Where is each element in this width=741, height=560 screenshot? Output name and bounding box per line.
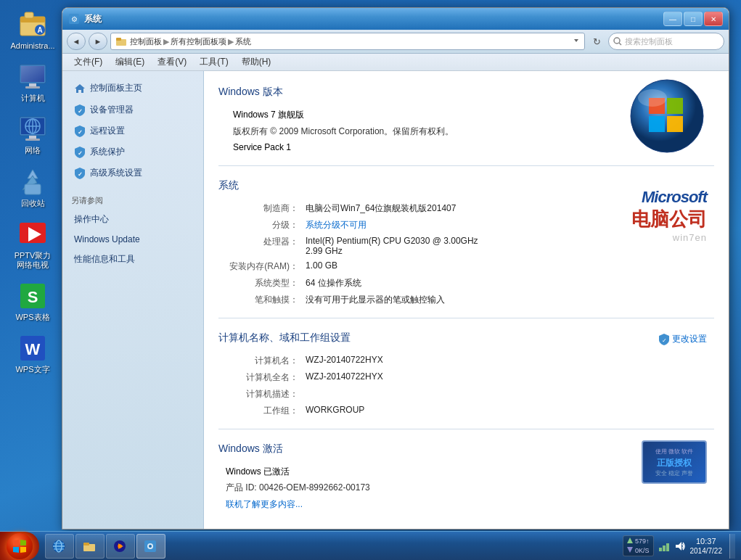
shield-icon-1: ✓ bbox=[74, 104, 86, 116]
taskbar-media-button[interactable] bbox=[106, 534, 135, 559]
sidebar-performance-info-label: 性能信息和工具 bbox=[74, 253, 135, 265]
taskbar-control-panel-button[interactable] bbox=[136, 534, 165, 559]
windows-version-section: Windows 版本 Windows 7 旗舰版 版权所有 © 2009 Mic… bbox=[218, 80, 714, 158]
svg-marker-55 bbox=[627, 538, 633, 543]
svg-marker-60 bbox=[676, 542, 681, 551]
desktop-icon-pptv[interactable]: PPTV聚力 网络电视 bbox=[7, 217, 58, 273]
taskbar-folder-button[interactable] bbox=[75, 534, 105, 559]
system-tray: 579↑ 0K/S bbox=[617, 534, 741, 559]
sidebar-performance-info[interactable]: 性能信息和工具 bbox=[65, 250, 200, 269]
path-part-2: 所有控制面板项 bbox=[171, 36, 226, 47]
network-status-icon bbox=[658, 540, 670, 552]
forward-button[interactable]: ► bbox=[89, 33, 107, 50]
address-bar[interactable]: 控制面板 ▶ 所有控制面板项 ▶ 系统 bbox=[110, 33, 585, 50]
more-info-link[interactable]: 联机了解更多内容... bbox=[226, 499, 303, 509]
menu-help[interactable]: 帮助(H) bbox=[236, 54, 277, 70]
ms-brand-text: Microsoft bbox=[605, 188, 707, 207]
address-bar-path: 控制面板 ▶ 所有控制面板项 ▶ 系统 bbox=[130, 36, 251, 47]
desktop-icon-network[interactable]: 网络 bbox=[7, 112, 58, 158]
tray-volume-icon[interactable] bbox=[674, 540, 686, 552]
svg-marker-56 bbox=[627, 547, 633, 553]
maximize-button[interactable]: □ bbox=[684, 12, 703, 26]
menu-edit[interactable]: 编辑(E) bbox=[110, 54, 150, 70]
ie-icon bbox=[52, 539, 66, 553]
network-label: 网络 bbox=[25, 146, 41, 155]
close-button[interactable]: ✕ bbox=[704, 12, 723, 26]
info-row-description: 计算机描述： bbox=[226, 388, 659, 400]
label-ram: 安装内存(RAM)： bbox=[226, 260, 306, 273]
activation-status: Windows 已激活 bbox=[226, 466, 642, 478]
path-sep-1: ▶ bbox=[163, 37, 169, 46]
label-manufacturer: 制造商： bbox=[226, 202, 306, 215]
label-system-type: 系统类型： bbox=[226, 277, 306, 289]
windows-version-heading: Windows 版本 bbox=[218, 86, 620, 102]
value-computer-name: WZJ-20140722HYX bbox=[306, 355, 659, 367]
see-also-title: 另请参阅 bbox=[62, 192, 203, 209]
computer-name-section: 计算机名称、域和工作组设置 计算机名： WZJ-20140722HYX 计算机全… bbox=[218, 326, 714, 421]
label-touch: 笔和触摸： bbox=[226, 294, 306, 306]
svg-text:✓: ✓ bbox=[78, 129, 83, 136]
svg-text:A: A bbox=[37, 26, 42, 34]
value-rating[interactable]: 系统分级不可用 bbox=[306, 219, 605, 231]
wps-table-label: WPS表格 bbox=[15, 313, 49, 322]
value-system-type: 64 位操作系统 bbox=[306, 277, 605, 289]
menu-bar: 文件(F) 编辑(E) 查看(V) 工具(T) 帮助(H) bbox=[62, 54, 729, 71]
dropdown-arrow-icon bbox=[573, 37, 580, 44]
desktop-icon-computer[interactable]: 计算机 bbox=[7, 59, 58, 106]
sidebar-system-protection[interactable]: ✓ 系统保护 bbox=[65, 142, 200, 162]
volume-icon bbox=[674, 540, 686, 552]
value-manufacturer: 电脑公司Win7_64位旗舰装机版201407 bbox=[306, 202, 605, 215]
show-desktop-button[interactable] bbox=[729, 534, 735, 559]
system-window: ⚙ 系统 — □ ✕ ◄ ► 控制面板 ▶ 所有控制面板项 bbox=[62, 7, 729, 530]
address-bar-area: ◄ ► 控制面板 ▶ 所有控制面板项 ▶ 系统 bbox=[62, 30, 729, 54]
sidebar-remote-settings[interactable]: ✓ 远程设置 bbox=[65, 121, 200, 141]
sidebar-windows-update[interactable]: Windows Update bbox=[65, 231, 200, 248]
menu-file[interactable]: 文件(F) bbox=[68, 54, 108, 70]
menu-view[interactable]: 查看(V) bbox=[152, 54, 192, 70]
sidebar-advanced-settings[interactable]: ✓ 高级系统设置 bbox=[65, 163, 200, 183]
value-computer-fullname: WZJ-20140722HYX bbox=[306, 371, 659, 384]
sidebar-control-panel-home[interactable]: 控制面板主页 bbox=[65, 78, 200, 99]
windows7-globe-icon bbox=[627, 76, 707, 156]
computer-icon bbox=[18, 62, 47, 91]
activation-badge-area: 使用 微软 软件 正版授权 安全 稳定 声誉 bbox=[642, 440, 707, 484]
search-box[interactable]: 搜索控制面板 bbox=[608, 33, 724, 50]
administrator-icon: A bbox=[18, 10, 47, 39]
taskbar-ie-button[interactable] bbox=[45, 534, 74, 559]
system-heading: 系统 bbox=[218, 179, 605, 195]
sidebar-device-manager-label: 设备管理器 bbox=[90, 104, 134, 116]
desktop-icon-administrator[interactable]: A Administra... bbox=[7, 7, 58, 54]
info-row-ram: 安装内存(RAM)： 1.00 GB bbox=[226, 260, 605, 273]
administrator-label: Administra... bbox=[10, 41, 54, 51]
taskbar-items bbox=[42, 532, 617, 560]
info-row-system-type: 系统类型： 64 位操作系统 bbox=[226, 277, 605, 289]
sidebar-action-center[interactable]: 操作中心 bbox=[65, 210, 200, 229]
path-sep-2: ▶ bbox=[228, 37, 234, 46]
control-panel-icon bbox=[143, 539, 157, 553]
label-workgroup: 工作组： bbox=[226, 405, 306, 417]
back-button[interactable]: ◄ bbox=[67, 33, 86, 50]
sidebar-device-manager[interactable]: ✓ 设备管理器 bbox=[65, 100, 200, 120]
menu-tools[interactable]: 工具(T) bbox=[194, 54, 234, 70]
minimize-button[interactable]: — bbox=[663, 12, 682, 26]
svg-line-33 bbox=[619, 43, 621, 45]
product-id: 产品 ID: 00426-OEM-8992662-00173 bbox=[226, 482, 642, 494]
upload-arrow-icon bbox=[627, 538, 633, 543]
label-computer-fullname: 计算机全名： bbox=[226, 371, 306, 384]
sidebar-advanced-settings-label: 高级系统设置 bbox=[90, 167, 142, 179]
desktop-icon-wps-table[interactable]: S WPS表格 bbox=[7, 279, 58, 325]
change-settings-link[interactable]: ✓ 更改设置 bbox=[659, 333, 707, 345]
content-area: 控制面板主页 ✓ 设备管理器 ✓ bbox=[62, 71, 729, 529]
info-row-touch: 笔和触摸： 没有可用于此显示器的笔或触控输入 bbox=[226, 294, 605, 306]
desktop-icon-recycle[interactable]: 回收站 bbox=[7, 165, 58, 211]
refresh-button[interactable]: ↻ bbox=[588, 33, 605, 50]
change-settings-area: ✓ 更改设置 bbox=[659, 333, 707, 345]
sidebar-action-center-label: 操作中心 bbox=[74, 213, 109, 226]
svg-rect-48 bbox=[83, 543, 89, 545]
start-button[interactable] bbox=[0, 532, 39, 561]
start-windows-icon bbox=[12, 538, 28, 554]
desktop-icon-wps-writer[interactable]: W WPS文字 bbox=[7, 331, 58, 377]
activation-badge-line1: 使用 微软 软件 bbox=[655, 448, 693, 456]
tray-network-icon[interactable] bbox=[658, 540, 670, 552]
tray-clock[interactable]: 10:37 2014/7/22 bbox=[690, 536, 723, 556]
